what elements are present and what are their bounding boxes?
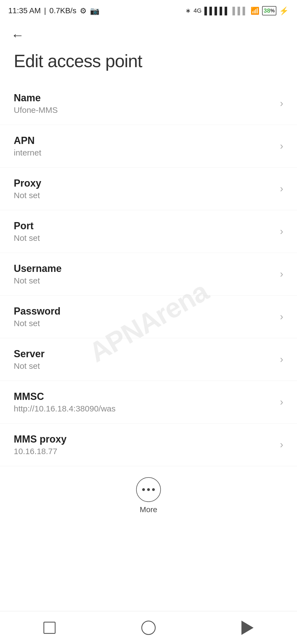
signal-bars2-icon: ▌▌▌ (232, 7, 248, 15)
chevron-right-icon: › (280, 183, 283, 195)
chevron-right-icon: › (280, 268, 283, 280)
settings-item-apn-content: APN internet (14, 135, 274, 157)
settings-item-server-value: Not set (14, 361, 274, 371)
settings-item-apn-label: APN (14, 135, 274, 146)
settings-item-proxy-label: Proxy (14, 178, 274, 189)
settings-item-username-content: Username Not set (14, 263, 274, 285)
time-display: 11:35 AM (8, 6, 41, 15)
more-dot-2 (147, 488, 150, 491)
back-icon (241, 621, 254, 635)
content-wrapper: ← Edit access point Name Ufone-MMS › APN… (0, 19, 297, 558)
back-arrow-icon: ← (11, 28, 24, 42)
video-icon: 📷 (90, 6, 100, 15)
settings-icon: ⚙ (80, 6, 87, 15)
settings-item-proxy-content: Proxy Not set (14, 178, 274, 200)
settings-item-name-content: Name Ufone-MMS (14, 92, 274, 115)
chevron-right-icon: › (280, 140, 283, 152)
bottom-nav-bar (0, 611, 297, 644)
home-icon (141, 621, 156, 635)
nav-home-button[interactable] (132, 617, 165, 639)
settings-item-mms-proxy-label: MMS proxy (14, 433, 274, 445)
chevron-right-icon: › (280, 311, 283, 323)
more-dot-1 (142, 488, 145, 491)
settings-item-password-value: Not set (14, 319, 274, 328)
charging-icon: ⚡ (279, 6, 289, 15)
settings-item-server-content: Server Not set (14, 348, 274, 371)
settings-item-name-label: Name (14, 92, 274, 104)
settings-item-mms-proxy-content: MMS proxy 10.16.18.77 (14, 433, 274, 456)
nav-recents-button[interactable] (33, 617, 66, 639)
settings-item-mmsc-content: MMSC http://10.16.18.4:38090/was (14, 391, 274, 413)
settings-item-server-label: Server (14, 348, 274, 360)
settings-item-port-value: Not set (14, 233, 274, 243)
more-dot-3 (152, 488, 155, 491)
signal-bars-icon: ▌▌▌▌▌ (204, 7, 230, 15)
settings-item-port-content: Port Not set (14, 220, 274, 243)
more-section[interactable]: More (0, 466, 297, 520)
settings-item-apn-value: internet (14, 148, 274, 157)
settings-item-name[interactable]: Name Ufone-MMS › (0, 82, 297, 125)
settings-item-username-label: Username (14, 263, 274, 274)
settings-item-username[interactable]: Username Not set › (0, 253, 297, 296)
settings-item-apn[interactable]: APN internet › (0, 125, 297, 168)
settings-item-password[interactable]: Password Not set › (0, 296, 297, 338)
settings-item-port[interactable]: Port Not set › (0, 210, 297, 253)
speed-display: 0.7KB/s (50, 6, 76, 15)
settings-item-password-label: Password (14, 305, 274, 317)
settings-item-proxy-value: Not set (14, 191, 274, 200)
settings-item-proxy[interactable]: Proxy Not set › (0, 168, 297, 210)
signal-4g-icon: 4G (194, 7, 202, 14)
settings-item-port-label: Port (14, 220, 274, 232)
page-title: Edit access point (0, 45, 297, 82)
chevron-right-icon: › (280, 354, 283, 365)
status-left: 11:35 AM | 0.7KB/s ⚙ 📷 (8, 6, 100, 15)
settings-item-mmsc-value: http://10.16.18.4:38090/was (14, 404, 274, 413)
settings-item-name-value: Ufone-MMS (14, 105, 274, 115)
settings-item-password-content: Password Not set (14, 305, 274, 328)
more-dots (142, 488, 155, 491)
chevron-right-icon: › (280, 98, 283, 109)
more-icon-circle (136, 477, 161, 502)
chevron-right-icon: › (280, 439, 283, 451)
status-bar: 11:35 AM | 0.7KB/s ⚙ 📷 ∗ 4G ▌▌▌▌▌ ▌▌▌ 📶 … (0, 0, 297, 19)
chevron-right-icon: › (280, 226, 283, 237)
settings-item-username-value: Not set (14, 276, 274, 285)
recents-icon (43, 622, 56, 634)
settings-item-mms-proxy-value: 10.16.18.77 (14, 447, 274, 456)
separator: | (44, 6, 46, 15)
nav-back-button[interactable] (231, 617, 264, 639)
more-label: More (140, 505, 157, 514)
bluetooth-icon: ∗ (185, 7, 191, 15)
settings-list: Name Ufone-MMS › APN internet › Proxy No… (0, 82, 297, 466)
battery-display: 38 % (262, 6, 277, 15)
status-right: ∗ 4G ▌▌▌▌▌ ▌▌▌ 📶 38 % ⚡ (185, 6, 289, 15)
settings-item-mms-proxy[interactable]: MMS proxy 10.16.18.77 › (0, 424, 297, 466)
settings-item-server[interactable]: Server Not set › (0, 338, 297, 381)
settings-item-mmsc-label: MMSC (14, 391, 274, 402)
chevron-right-icon: › (280, 396, 283, 408)
settings-item-mmsc[interactable]: MMSC http://10.16.18.4:38090/was › (0, 381, 297, 424)
wifi-icon: 📶 (251, 7, 259, 15)
back-button[interactable]: ← (0, 19, 297, 45)
